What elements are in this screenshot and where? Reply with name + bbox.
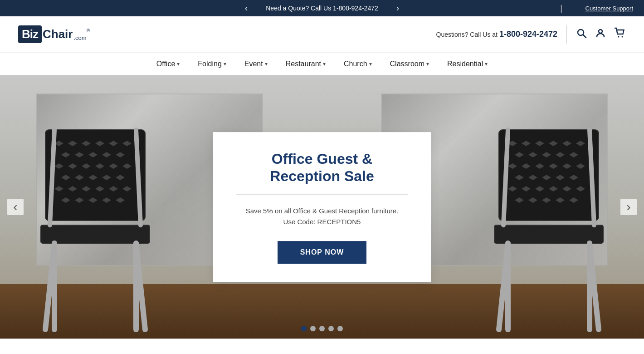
hero-dots bbox=[301, 326, 343, 331]
hero-dot-1[interactable] bbox=[301, 326, 307, 331]
hero-card-divider bbox=[236, 194, 408, 195]
svg-rect-39 bbox=[41, 225, 150, 243]
svg-rect-80 bbox=[494, 225, 603, 243]
header-phone: Questions? Call Us at 1-800-924-2472 bbox=[436, 30, 557, 39]
hero-next-button[interactable]: › bbox=[620, 199, 637, 215]
nav-restaurant-chevron: ▾ bbox=[323, 61, 326, 67]
shop-now-button[interactable]: SHOP NOW bbox=[278, 241, 367, 264]
header-icons bbox=[576, 27, 626, 42]
nav-item-church[interactable]: Church ▾ bbox=[335, 53, 381, 75]
hero-card-container: Office Guest & Reception Sale Save 5% on… bbox=[213, 132, 431, 282]
logo-biz: Biz bbox=[18, 25, 42, 43]
nav-item-residential[interactable]: Residential ▾ bbox=[438, 53, 497, 75]
hero-section: Office Guest & Reception Sale Save 5% on… bbox=[0, 75, 644, 339]
logo-chair: Chair bbox=[43, 27, 73, 41]
nav-church-chevron: ▾ bbox=[369, 61, 372, 67]
hero-dot-3[interactable] bbox=[319, 326, 325, 331]
nav-item-restaurant[interactable]: Restaurant ▾ bbox=[277, 53, 335, 75]
nav-church-label: Church bbox=[344, 60, 367, 68]
nav-folding-chevron: ▾ bbox=[224, 61, 226, 67]
header-right: Questions? Call Us at 1-800-924-2472 bbox=[436, 25, 626, 44]
customer-support-link[interactable]: Customer Support bbox=[585, 5, 634, 12]
logo-reg: ® bbox=[87, 25, 90, 33]
nav-classroom-label: Classroom bbox=[390, 60, 424, 68]
hero-chair-left bbox=[18, 121, 190, 334]
svg-point-3 bbox=[618, 36, 620, 37]
nav-office-label: Office bbox=[156, 60, 176, 68]
svg-line-1 bbox=[583, 34, 586, 38]
nav-residential-chevron: ▾ bbox=[485, 61, 488, 67]
banner-text: Need a Quote? Call Us 1-800-924-2472 bbox=[0, 5, 644, 12]
phone-number: 1-800-924-2472 bbox=[499, 30, 557, 39]
hero-dot-4[interactable] bbox=[328, 326, 334, 331]
nav-folding-label: Folding bbox=[198, 60, 221, 68]
banner-prev-button[interactable]: ‹ bbox=[245, 4, 248, 13]
nav-residential-label: Residential bbox=[447, 60, 483, 68]
header-divider bbox=[566, 25, 567, 44]
logo-dotcom: .com bbox=[73, 34, 86, 43]
nav-restaurant-label: Restaurant bbox=[286, 60, 321, 68]
search-icon[interactable] bbox=[576, 28, 587, 41]
hero-dot-5[interactable] bbox=[337, 326, 343, 331]
header: Biz Chair .com ® Questions? Call Us at 1… bbox=[0, 16, 644, 53]
nav-event-label: Event bbox=[244, 60, 263, 68]
nav-item-event[interactable]: Event ▾ bbox=[235, 53, 277, 75]
nav-classroom-chevron: ▾ bbox=[426, 61, 429, 67]
nav-office-chevron: ▾ bbox=[177, 61, 180, 67]
nav-item-folding[interactable]: Folding ▾ bbox=[189, 53, 235, 75]
svg-point-2 bbox=[599, 30, 602, 33]
main-nav: Office ▾ Folding ▾ Event ▾ Restaurant ▾ … bbox=[0, 53, 644, 75]
hero-chair-right bbox=[454, 121, 626, 334]
banner-divider: | bbox=[560, 4, 562, 13]
phone-label: Questions? Call Us at bbox=[436, 31, 498, 38]
hero-title: Office Guest & Reception Sale bbox=[236, 150, 408, 185]
nav-item-classroom[interactable]: Classroom ▾ bbox=[381, 53, 438, 75]
svg-point-4 bbox=[622, 36, 623, 37]
banner-next-button[interactable]: › bbox=[396, 4, 399, 13]
nav-event-chevron: ▾ bbox=[265, 61, 268, 67]
hero-dot-2[interactable] bbox=[310, 326, 316, 331]
hero-card: Office Guest & Reception Sale Save 5% on… bbox=[213, 132, 431, 282]
cart-icon[interactable] bbox=[614, 27, 626, 42]
top-banner: ‹ Need a Quote? Call Us 1-800-924-2472 ›… bbox=[0, 0, 644, 16]
logo[interactable]: Biz Chair .com ® bbox=[18, 25, 90, 43]
account-icon[interactable] bbox=[595, 28, 606, 41]
hero-subtitle: Save 5% on all Office & Guest Reception … bbox=[246, 206, 399, 227]
hero-prev-button[interactable]: ‹ bbox=[7, 199, 24, 215]
nav-item-office[interactable]: Office ▾ bbox=[147, 53, 189, 75]
